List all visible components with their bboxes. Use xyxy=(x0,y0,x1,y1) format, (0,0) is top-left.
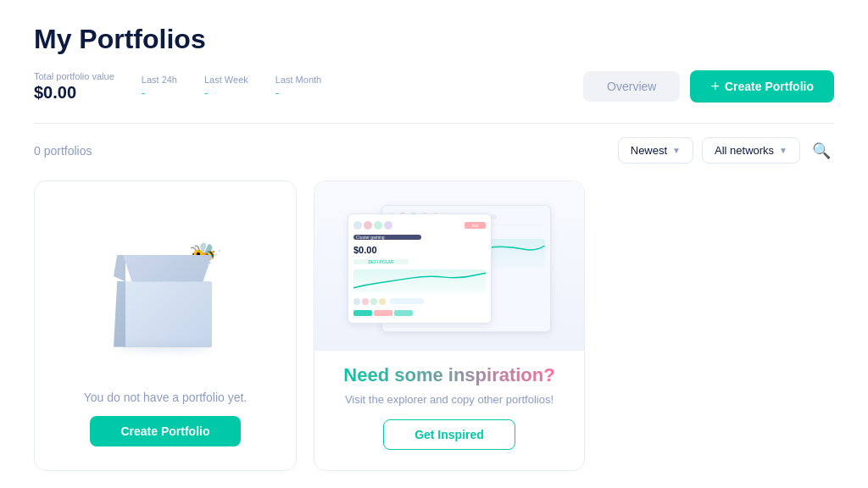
overview-button[interactable]: Overview xyxy=(583,71,680,102)
chevron-down-icon: ▼ xyxy=(779,146,787,155)
inspiration-text-section: Need some inspiration? Visit the explore… xyxy=(323,364,575,450)
inspiration-card: live Cluster gaming $0.00 DEFI-POLAR xyxy=(314,180,585,471)
empty-portfolio-card: 🐝 You do not have a portfolio yet. Creat… xyxy=(34,180,297,471)
last24h-label: Last 24h xyxy=(142,75,177,85)
create-portfolio-label: Create Portfolio xyxy=(725,80,814,93)
box-shadow xyxy=(117,344,212,351)
sort-button[interactable]: Newest ▼ xyxy=(618,137,693,164)
filter-controls: Newest ▼ All networks ▼ 🔍 xyxy=(618,137,834,164)
box-side xyxy=(114,281,125,347)
create-portfolio-button[interactable]: + Create Portfolio xyxy=(690,70,834,103)
get-inspired-button[interactable]: Get Inspired xyxy=(383,419,515,450)
total-value: $0.00 xyxy=(34,83,114,103)
search-button[interactable]: 🔍 xyxy=(809,138,834,164)
mockup-illustration: live Cluster gaming $0.00 DEFI-POLAR xyxy=(339,192,559,341)
total-value-stat: Total portfolio value $0.00 xyxy=(34,71,114,103)
plus-icon: + xyxy=(710,79,720,94)
box-flap-left xyxy=(114,255,125,282)
network-label: All networks xyxy=(715,144,774,157)
empty-card-message: You do not have a portfolio yet. xyxy=(84,391,248,404)
section-divider xyxy=(34,123,834,124)
sort-label: Newest xyxy=(631,144,667,157)
inspiration-preview: live Cluster gaming $0.00 DEFI-POLAR xyxy=(314,181,584,351)
header-actions: Overview + Create Portfolio xyxy=(583,70,834,103)
inspiration-subtitle: Visit the explorer and copy other portfo… xyxy=(343,393,554,406)
lastmonth-value: - xyxy=(275,86,321,99)
portfolio-count: 0 portfolios xyxy=(34,144,92,158)
box-illustration: 🐝 xyxy=(102,237,229,356)
total-value-label: Total portfolio value xyxy=(34,71,114,81)
inspiration-title: Need some inspiration? xyxy=(343,364,554,386)
stats-actions-row: Total portfolio value $0.00 Last 24h - L… xyxy=(34,70,834,103)
lastmonth-label: Last Month xyxy=(275,75,321,85)
card-create-portfolio-button[interactable]: Create Portfolio xyxy=(90,416,240,446)
mockup-front-screen: live Cluster gaming $0.00 DEFI-POLAR xyxy=(348,214,492,324)
last24h-stat: Last 24h - xyxy=(142,75,177,99)
filter-row: 0 portfolios Newest ▼ All networks ▼ 🔍 xyxy=(34,137,834,164)
network-filter-button[interactable]: All networks ▼ xyxy=(702,137,800,164)
cards-row: 🐝 You do not have a portfolio yet. Creat… xyxy=(34,180,834,471)
chevron-down-icon: ▼ xyxy=(672,146,681,155)
box-front xyxy=(123,281,212,347)
last24h-value: - xyxy=(142,86,177,99)
box-flap-main xyxy=(123,255,212,282)
empty-illustration: 🐝 xyxy=(55,202,275,391)
lastweek-stat: Last Week - xyxy=(204,75,248,99)
search-icon: 🔍 xyxy=(812,142,831,159)
page-title: My Portfolios xyxy=(34,24,834,55)
lastmonth-stat: Last Month - xyxy=(275,75,321,99)
lastweek-value: - xyxy=(204,86,248,99)
lastweek-label: Last Week xyxy=(204,75,248,85)
